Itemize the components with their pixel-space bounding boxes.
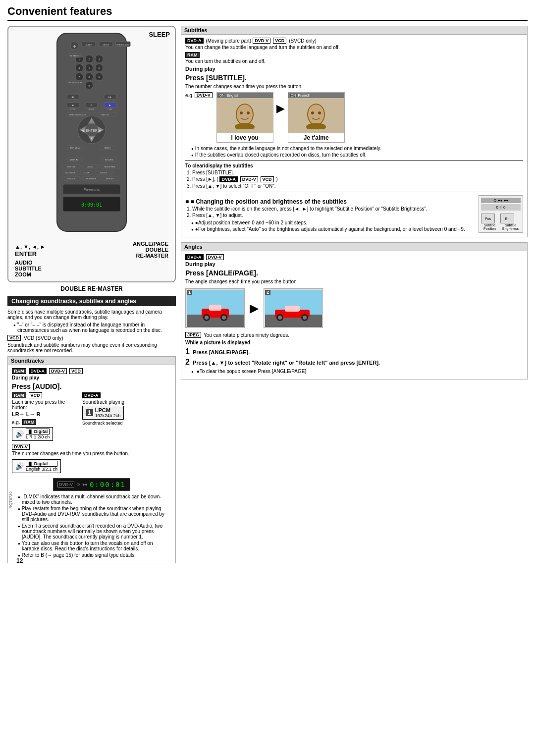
press-angle-title: Press [ANGLE/PAGE].: [185, 269, 523, 277]
img2-text: Je t'aime: [288, 133, 344, 142]
vcd-text: Soundtrack and subtitle numbers may chan…: [7, 342, 176, 353]
badge-ram: RAM: [12, 368, 26, 374]
label-sleep: SLEEP: [149, 31, 170, 38]
img1-label: English: [226, 93, 239, 98]
each-time-text: Each time you press the button:: [12, 399, 77, 410]
ram-vcd-badges: RAM VCD: [12, 392, 77, 398]
svg-rect-105: [209, 305, 221, 311]
label-zoom: ZOOM: [15, 271, 42, 277]
remote-svg: ⏻ SLEEP SETUP OPEN/CLOSE DISC 1 2 3: [42, 31, 141, 239]
subtitle-img-2: ON French: [288, 92, 345, 143]
svg-text:⏻: ⏻: [73, 45, 76, 48]
soundtracks-title: Soundtracks: [8, 357, 175, 365]
svg-point-108: [205, 316, 209, 320]
lr-arrow-text: LR→ L→ R: [12, 411, 77, 417]
svg-text:PLAY LIST: PLAY LIST: [101, 114, 110, 116]
sub-svcd-only: (SVCD only): [289, 38, 317, 44]
angle-step-1: 1 Press [ANGLE/PAGE].: [185, 347, 523, 356]
step1-num: 1: [185, 347, 190, 356]
label-subtitle: SUBTITLE: [15, 266, 42, 271]
subtitle-bri-label: Subtitle Brightness: [500, 223, 521, 230]
eg-dvdv-label: e.g. DVD-V: [185, 92, 214, 98]
svg-text:7: 7: [79, 76, 80, 79]
badge-dvdv: DVD-V: [49, 368, 67, 374]
img1-on: ON: [218, 94, 226, 97]
to-clear-title: To clear/display the subtitles: [185, 161, 523, 168]
clear-step-3: Press [▲, ▼] to select "OFF" or "ON".: [192, 183, 523, 189]
face-svg-1: [230, 102, 260, 129]
svg-text:6: 6: [99, 67, 100, 70]
jpeg-note: You can rotate pictures ninety degrees.: [204, 332, 289, 338]
svg-text:◀: ◀: [81, 128, 85, 133]
svg-text:PAUSE: PAUSE: [88, 108, 95, 110]
subtitle-pos-label: Subtitle Position: [481, 223, 498, 230]
svg-text:DOUBLE: DOUBLE: [100, 172, 107, 174]
badge-dvda: DVD-A: [29, 368, 47, 374]
badge-ram-2: RAM: [12, 392, 26, 398]
jpeg-badge: JPEG: [185, 332, 201, 338]
double-re-master-label: DOUBLE RE-MASTER: [7, 285, 176, 292]
svg-text:PLAY MODE: PLAY MODE: [65, 172, 76, 174]
dvd-v-disc-icon: ⊙: [76, 482, 80, 487]
svg-point-109: [222, 316, 226, 320]
subtitle-bri-box: Bri: [500, 214, 514, 223]
digital-box: 🔊 ▐▌ Digital L R 1 2/0 ch: [12, 427, 53, 441]
pos-step-2: Press [▲, ▼] to adjust.: [192, 213, 475, 218]
changing-position-section: ■ ■ Changing the position and brightness…: [185, 195, 523, 234]
bullet-karaoke: You can also use this button to turn the…: [18, 540, 171, 551]
svg-text:5: 5: [89, 67, 90, 70]
vcd-only-row: VCD VCD (SVCD only): [7, 335, 176, 341]
label-angle-page: ANGLE/PAGE: [133, 241, 168, 247]
digital-badge: ▐▌ Digital: [26, 429, 50, 434]
svg-text:SUBTITLE: SUBTITLE: [67, 166, 76, 168]
img1-text: I love you: [217, 133, 273, 142]
subtitle-arrow: ▶: [276, 102, 285, 115]
svg-text:SLEEP: SLEEP: [86, 44, 92, 46]
sub-badge-dvda: DVD-A: [185, 38, 204, 44]
svg-text:MENU: MENU: [105, 147, 110, 149]
img2-on: ON: [290, 94, 297, 97]
svg-text:9: 9: [99, 76, 100, 79]
vcd-badge: VCD: [7, 335, 21, 341]
dvd-v-dots: ●●: [82, 482, 88, 487]
angle-num-2: 2: [265, 290, 270, 295]
digital-badge-2: ▐▌ Digital: [26, 461, 57, 467]
sub-moving-part: (Moving picture part): [206, 38, 252, 44]
badge-dvdv-2: DVD-V: [12, 444, 30, 450]
svg-text:GROUP/CANCEL: GROUP/CANCEL: [68, 82, 82, 84]
sub-badge-dvdv: DVD-V: [253, 38, 270, 44]
changing-notes: "–" or "– –" is displayed instead of the…: [7, 322, 176, 333]
sub-number-note: The number changes each time you press t…: [185, 84, 523, 89]
subtitle-bullets: In some cases, the subtitle language is …: [185, 146, 523, 158]
svg-text:▶: ▶: [109, 104, 111, 107]
bullet-refer: Refer to B (→ page 15) for audio signal …: [18, 552, 171, 558]
during-play-label: During play: [12, 375, 171, 380]
label-audio: AUDIO: [15, 260, 42, 266]
img2-label: French: [298, 93, 310, 98]
badge-vcd: VCD: [69, 368, 83, 374]
angle-img-1: 1: [185, 288, 245, 328]
subtitles-badges: DVD-A (Moving picture part) DVD-V VCD (S…: [185, 38, 523, 44]
pos-bullet-1: ●Adjust position between 0 and −60 in 2 …: [191, 220, 475, 225]
subtitle-images-row: e.g. DVD-V ON English: [185, 92, 523, 143]
dvd-display: 0:00:01: [90, 481, 126, 488]
pos-step-1: While the subtitle icon is on the screen…: [192, 206, 475, 212]
clear-badge-dvdv: DVD-V: [240, 176, 258, 182]
rqt-number: RQT6726: [8, 491, 13, 509]
badge-vcd-2: VCD: [29, 392, 42, 398]
svg-text:MEMORY: MEMORY: [106, 178, 114, 180]
angle-note: The angle changes each time you press th…: [185, 279, 523, 284]
svg-text:ZOOM: ZOOM: [84, 172, 89, 174]
subtitle-img-1: ON English: [216, 92, 273, 143]
angle-step-2: 2 Press [▲, ▼] to select "Rotate right" …: [185, 358, 523, 367]
angles-section: Angles DVD-A DVD-V During play Press [AN…: [181, 242, 528, 379]
sub-during-play: During play: [185, 66, 523, 72]
svg-text:PLAY: PLAY: [107, 108, 112, 110]
changing-soundtracks-header: Changing soundtracks, subtitles and angl…: [7, 296, 176, 306]
svg-text:Panasonic: Panasonic: [84, 188, 100, 191]
angle-images: 1: [185, 288, 523, 328]
svg-point-99: [311, 111, 314, 114]
subtitle-pos-box: Pos: [481, 214, 495, 223]
changing-soundtracks-intro: Some discs have multiple soundtracks, su…: [7, 309, 176, 320]
eg-ram-label: e.g.: [12, 420, 20, 425]
